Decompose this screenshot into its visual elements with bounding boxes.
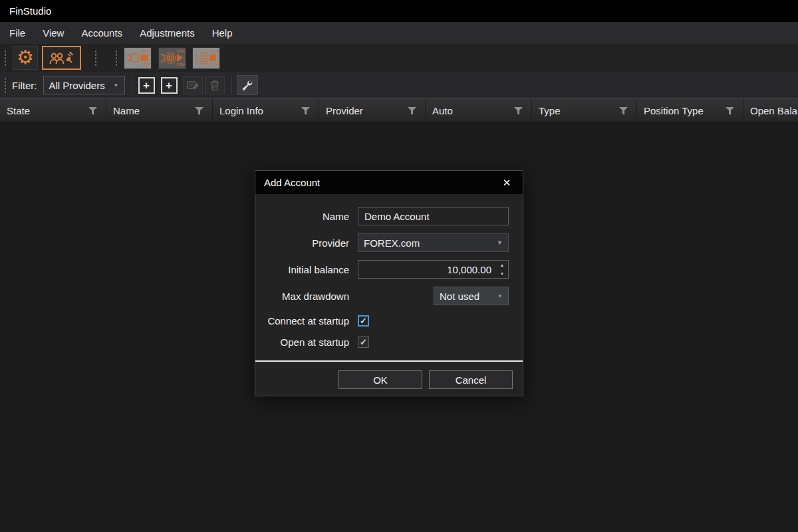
toolbar-separator [231,76,232,94]
column-header-login-info[interactable]: Login Info [213,99,319,122]
filter-grip-handle[interactable] [4,77,7,93]
ok-button[interactable]: OK [338,370,422,389]
provider-row: Provider FOREX.com ▼ [255,233,523,252]
connect-at-startup-row: Connect at startup ✓ [255,313,523,328]
open-at-startup-checkbox[interactable]: ✓ [358,336,369,348]
max-drawdown-dropdown[interactable]: Not used ▼ [434,287,509,305]
column-header-type[interactable]: Type [532,99,637,122]
svg-text:STOP: STOP [210,49,219,53]
filter-funnel-icon[interactable] [88,107,97,115]
toolbar-grip-handle[interactable] [4,50,7,66]
wrench-icon [241,79,253,92]
connection-stop-button: STOP STOP [124,47,152,69]
gear-icon: ⚙ [17,48,34,67]
edit-account-button [183,76,203,94]
open-at-startup-row: Open at startup ✓ [255,334,523,349]
max-drawdown-label: Max drawdown [255,291,349,302]
check-icon: ✓ [360,337,367,347]
filter-label: Filter: [12,80,37,91]
balance-spinner: ▲ ▼ [496,261,508,278]
chevron-down-icon: ▼ [497,293,503,299]
menu-bar: File View Accounts Adjustments Help [0,22,798,44]
edit-icon [187,80,199,90]
provider-dropdown[interactable]: FOREX.com ▼ [358,233,509,252]
svg-text:STOP: STOP [142,63,150,66]
settings-button[interactable]: ⚙ [13,46,38,70]
filter-funnel-icon[interactable] [408,107,416,115]
column-header-auto[interactable]: Auto [426,99,532,122]
delete-account-button [205,76,225,94]
filter-funnel-icon[interactable] [301,107,310,115]
log-stop-button: STOP STOP [192,47,220,69]
toolbar-grip-handle[interactable] [94,50,97,66]
trash-icon [209,80,220,91]
spin-down-icon[interactable]: ▼ [496,269,508,278]
people-broadcast-icon [47,50,76,66]
check-icon: ✓ [360,316,367,326]
app-window: FinStudio File View Accounts Adjustments… [0,0,798,532]
accounts-table-header: State Name Login Info Provider Auto Type… [0,98,798,123]
initial-balance-field[interactable] [358,261,496,278]
dialog-title: Add Account [264,177,320,188]
log-stop-icon: STOP STOP [194,49,219,67]
max-drawdown-row: Max drawdown Not used ▼ [255,287,523,305]
toolbar-grip-handle[interactable] [115,50,118,66]
chevron-down-icon: ▼ [114,82,119,88]
filter-toolbar: Filter: All Providers ▼ + + [0,72,798,98]
connect-at-startup-checkbox[interactable]: ✓ [358,315,369,327]
cancel-button[interactable]: Cancel [429,370,513,389]
svg-text:STOP: STOP [142,49,150,53]
name-row: Name [255,207,523,225]
menu-help[interactable]: Help [203,22,241,44]
dialog-body: Name Provider FOREX.com ▼ Initial balanc… [255,194,523,360]
svg-text:START: START [177,49,185,53]
max-drawdown-value: Not used [440,291,479,302]
menu-accounts[interactable]: Accounts [72,22,131,44]
column-header-open-balance[interactable]: Open Balance [743,99,798,122]
filter-funnel-icon[interactable] [514,107,523,115]
menu-view[interactable]: View [34,22,72,44]
column-header-position-type[interactable]: Position Type [637,99,743,122]
column-header-name[interactable]: Name [106,99,213,122]
close-icon[interactable]: ✕ [499,176,514,190]
add-simulated-account-button[interactable]: + [161,77,178,94]
open-at-startup-label: Open at startup [255,336,349,348]
account-settings-button[interactable] [237,75,258,95]
filter-funnel-icon[interactable] [619,107,628,115]
menu-file[interactable]: File [1,22,34,44]
main-toolbar: ⚙ [0,44,798,72]
connect-at-startup-label: Connect at startup [255,315,349,327]
svg-text:START: START [177,63,185,66]
strategy-start-icon: START START [160,49,185,67]
provider-value: FOREX.com [364,237,420,249]
svg-text:STOP: STOP [210,63,219,66]
filter-funnel-icon[interactable] [726,107,734,115]
menu-adjustments[interactable]: Adjustments [131,22,203,44]
connection-stop-icon: STOP STOP [125,49,150,67]
column-header-provider[interactable]: Provider [319,99,426,122]
add-account-dialog: Add Account ✕ Name Provider FOREX.com ▼ [255,170,523,396]
dialog-footer: OK Cancel [255,362,523,396]
initial-balance-label: Initial balance [255,264,349,275]
accounts-view-button[interactable] [42,46,81,70]
window-titlebar[interactable]: FinStudio [0,0,798,22]
chevron-down-icon: ▼ [497,239,503,246]
name-field[interactable] [358,207,509,225]
initial-balance-row: Initial balance ▲ ▼ [255,260,523,279]
toolbar-separator [132,76,132,94]
column-header-state[interactable]: State [0,99,106,122]
provider-filter-value: All Providers [49,80,105,91]
strategy-start-button: START START [158,47,186,69]
app-title: FinStudio [9,5,51,17]
add-account-button[interactable]: + [138,77,155,94]
provider-filter-dropdown[interactable]: All Providers ▼ [43,76,125,94]
filter-funnel-icon[interactable] [195,107,203,115]
dialog-titlebar[interactable]: Add Account ✕ [255,171,523,194]
name-label: Name [255,211,349,222]
provider-label: Provider [255,237,349,249]
spin-up-icon[interactable]: ▲ [496,261,508,269]
